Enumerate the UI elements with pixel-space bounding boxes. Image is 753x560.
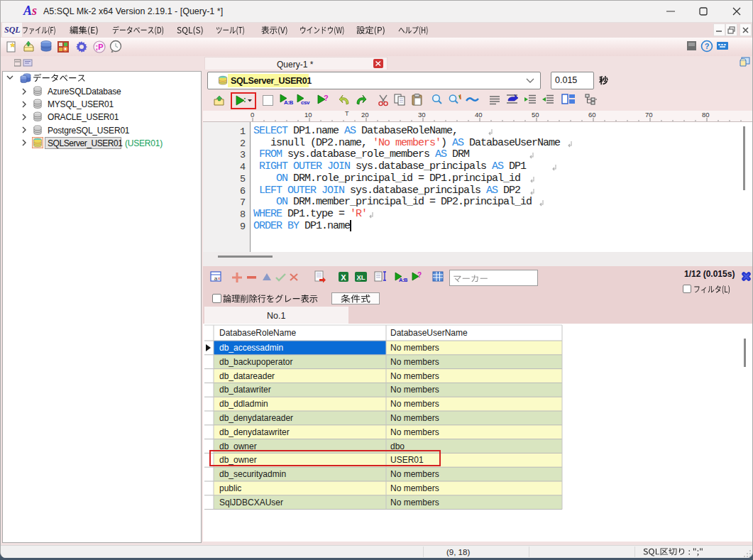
svg-text:X̲L: X̲L bbox=[356, 273, 365, 281]
svg-text:X: X bbox=[341, 273, 346, 282]
svg-text:?: ? bbox=[705, 42, 710, 50]
svg-text:;P: ;P bbox=[96, 43, 104, 51]
svg-text:a: a bbox=[214, 275, 218, 282]
